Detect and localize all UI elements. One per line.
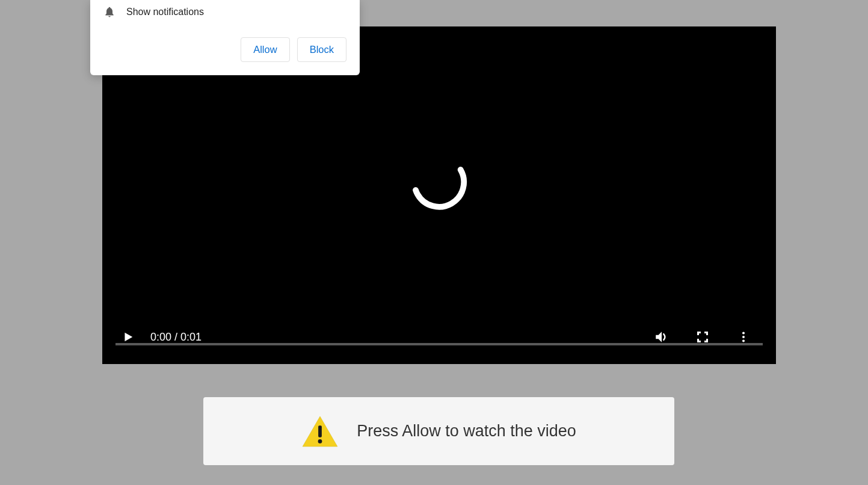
svg-point-1 xyxy=(742,332,745,335)
more-options-button[interactable] xyxy=(734,327,753,347)
volume-button[interactable] xyxy=(652,327,671,347)
svg-point-0 xyxy=(410,152,469,211)
video-time-display: 0:00 / 0:01 xyxy=(150,331,202,344)
svg-point-2 xyxy=(742,336,745,338)
volume-icon xyxy=(654,329,669,345)
fullscreen-icon xyxy=(695,330,710,344)
allow-button[interactable]: Allow xyxy=(241,37,289,62)
warning-triangle-icon xyxy=(301,415,339,448)
block-button[interactable]: Block xyxy=(297,37,346,62)
bell-icon xyxy=(103,6,115,18)
play-icon xyxy=(121,330,134,344)
notification-button-row: Allow Block xyxy=(103,37,346,62)
more-vertical-icon xyxy=(737,330,750,344)
notification-permission-popup: Show notifications Allow Block xyxy=(90,0,360,75)
notification-header: Show notifications xyxy=(103,6,346,18)
instruction-banner: Press Allow to watch the video xyxy=(203,397,674,465)
video-controls-bar: 0:00 / 0:01 xyxy=(102,316,776,364)
instruction-text: Press Allow to watch the video xyxy=(357,422,576,440)
svg-point-3 xyxy=(742,339,745,342)
fullscreen-button[interactable] xyxy=(693,327,712,347)
play-button[interactable] xyxy=(118,327,137,347)
loading-spinner-container xyxy=(410,152,469,214)
loading-spinner-icon xyxy=(410,152,469,211)
notification-prompt-text: Show notifications xyxy=(126,7,204,17)
svg-rect-4 xyxy=(318,425,322,437)
svg-point-5 xyxy=(318,439,322,443)
video-player: 0:00 / 0:01 xyxy=(102,26,776,364)
